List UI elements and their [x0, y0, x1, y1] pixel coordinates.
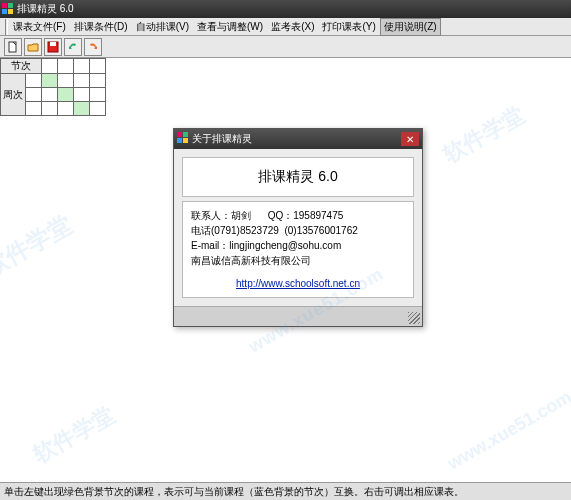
svg-rect-2 [2, 9, 7, 14]
svg-rect-3 [8, 9, 13, 14]
tel-line: 电话(0791)8523729 (0)13576001762 [191, 223, 405, 238]
menu-conditions[interactable]: 排课条件(D) [70, 18, 132, 36]
svg-rect-10 [183, 138, 188, 143]
about-dialog-title: 关于排课精灵 [192, 132, 252, 146]
resize-grip-icon[interactable] [408, 312, 420, 324]
main-window-titlebar: 排课精灵 6.0 [0, 0, 571, 18]
email-line: E-mail：lingjingcheng@sohu.com [191, 238, 405, 253]
grid-header-section: 节次 [1, 59, 42, 74]
schedule-grid[interactable]: 节次 周次 [0, 58, 106, 116]
about-dialog-footer [174, 306, 422, 326]
close-icon: ✕ [406, 134, 414, 145]
status-text: 单击左键出现绿色背景节次的课程，表示可与当前课程（蓝色背景的节次）互换。右击可调… [4, 485, 464, 499]
svg-rect-6 [50, 42, 56, 46]
svg-rect-0 [2, 3, 7, 8]
app-icon [2, 3, 14, 15]
close-button[interactable]: ✕ [401, 132, 419, 146]
toolbar-new-button[interactable] [4, 38, 22, 56]
statusbar: 单击左键出现绿色背景节次的课程，表示可与当前课程（蓝色背景的节次）互换。右击可调… [0, 482, 571, 500]
grid-header-week: 周次 [1, 74, 26, 116]
contact-line: 联系人：胡剑 QQ：195897475 [191, 208, 405, 223]
toolbar-undo-button[interactable] [64, 38, 82, 56]
website-link[interactable]: http://www.schoolsoft.net.cn [191, 276, 405, 291]
toolbar-open-button[interactable] [24, 38, 42, 56]
menu-invigilation[interactable]: 监考表(X) [267, 18, 318, 36]
about-dialog-body: 排课精灵 6.0 联系人：胡剑 QQ：195897475 电话(0791)852… [174, 149, 422, 306]
menu-print[interactable]: 打印课表(Y) [318, 18, 379, 36]
menu-file[interactable]: 课表文件(F) [9, 18, 70, 36]
toolbar-redo-button[interactable] [84, 38, 102, 56]
toolbar-save-button[interactable] [44, 38, 62, 56]
menu-help[interactable]: 使用说明(Z) [380, 18, 441, 36]
svg-rect-9 [177, 138, 182, 143]
about-dialog: 关于排课精灵 ✕ 排课精灵 6.0 联系人：胡剑 QQ：195897475 电话… [173, 128, 423, 327]
svg-rect-1 [8, 3, 13, 8]
menu-view-adjust[interactable]: 查看与调整(W) [193, 18, 267, 36]
toolbar [0, 36, 571, 58]
menubar: 课表文件(F) 排课条件(D) 自动排课(V) 查看与调整(W) 监考表(X) … [0, 18, 571, 36]
window-title: 排课精灵 6.0 [17, 2, 74, 16]
product-name: 排课精灵 6.0 [182, 157, 414, 197]
dialog-app-icon [177, 132, 189, 146]
company-line: 南昌诚信高新科技有限公司 [191, 253, 405, 268]
menu-grip [5, 19, 8, 35]
about-info-panel: 联系人：胡剑 QQ：195897475 电话(0791)8523729 (0)1… [182, 201, 414, 298]
svg-rect-8 [183, 132, 188, 137]
svg-rect-7 [177, 132, 182, 137]
about-dialog-titlebar[interactable]: 关于排课精灵 ✕ [174, 129, 422, 149]
menu-auto[interactable]: 自动排课(V) [132, 18, 193, 36]
